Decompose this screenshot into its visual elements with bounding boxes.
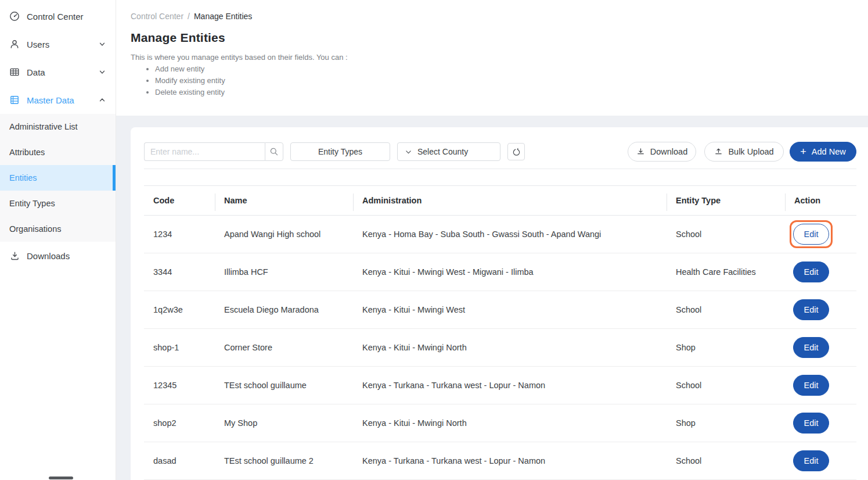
cell-code: shop-1	[144, 343, 215, 352]
cell-administration: Kenya - Kitui - Mwingi North	[353, 418, 667, 428]
entity-types-select-label: Entity Types	[318, 147, 362, 156]
cell-name: My Shop	[215, 418, 353, 428]
sidebar-item-master-data[interactable]: Master Data	[0, 86, 116, 114]
table-header-row: Code Name Administration Entity Type Act…	[144, 185, 856, 216]
cell-entity-type: Shop	[667, 343, 785, 352]
sidebar-item-downloads[interactable]: Downloads	[0, 242, 116, 270]
gauge-icon	[9, 11, 20, 22]
download-button[interactable]: Download	[628, 142, 696, 162]
capability-item: Delete existing entity	[155, 88, 853, 96]
cell-action: Edit	[785, 258, 856, 286]
sidebar-item-users[interactable]: Users	[0, 30, 116, 58]
table-row: 1q2w3e Escuela Diego Maradona Kenya - Ki…	[144, 291, 856, 329]
highlight-ring: Edit	[790, 409, 833, 437]
edit-button[interactable]: Edit	[793, 413, 829, 434]
download-icon	[9, 250, 20, 261]
submenu-item-label: Entities	[9, 173, 37, 182]
cell-code: 3344	[144, 267, 215, 277]
cell-entity-type: School	[667, 381, 785, 390]
plus-icon: +	[800, 146, 806, 157]
submenu-item-label: Administrative List	[9, 122, 78, 131]
cell-name: TEst school guillaume	[215, 381, 353, 390]
cell-name: Corner Store	[215, 343, 353, 352]
search-icon	[269, 147, 279, 156]
master-data-icon	[9, 95, 20, 105]
edit-button[interactable]: Edit	[793, 337, 829, 358]
search-input[interactable]	[144, 142, 265, 161]
table-row: 3344 Illimba HCF Kenya - Kitui - Mwingi …	[144, 253, 856, 291]
table-body: 1234 Apand Wangi High school Kenya - Hom…	[144, 216, 856, 480]
download-button-label: Download	[650, 147, 688, 156]
sidebar-item-label: Master Data	[27, 95, 74, 105]
entities-card: Entity Types Select County	[131, 127, 868, 480]
refresh-icon	[512, 148, 521, 156]
sidebar-item-entities[interactable]: Entities	[0, 165, 116, 191]
refresh-button[interactable]	[507, 143, 525, 160]
search-button[interactable]	[265, 142, 283, 161]
edit-button[interactable]: Edit	[793, 224, 829, 245]
sidebar-item-control-center[interactable]: Control Center	[0, 2, 116, 30]
county-select[interactable]: Select County	[397, 142, 500, 161]
bulk-upload-button-label: Bulk Upload	[728, 147, 773, 156]
column-header-entity-type: Entity Type	[667, 196, 785, 205]
cell-entity-type: Health Care Facilities	[667, 267, 785, 277]
chevron-down-icon	[405, 148, 412, 156]
cell-entity-type: School	[667, 456, 785, 465]
cell-action: Edit	[785, 447, 856, 475]
breadcrumb-separator: /	[188, 12, 190, 21]
bulk-upload-button[interactable]: Bulk Upload	[704, 142, 784, 162]
submenu-item-label: Organisations	[9, 224, 61, 234]
page-title: Manage Entities	[131, 31, 853, 45]
horizontal-scrollbar-thumb[interactable]	[49, 477, 73, 479]
cell-code: 1234	[144, 230, 215, 239]
table-icon	[9, 67, 20, 77]
edit-button[interactable]: Edit	[793, 375, 829, 396]
cell-name: Apand Wangi High school	[215, 230, 353, 239]
entity-types-select[interactable]: Entity Types	[290, 142, 390, 161]
sidebar-item-label: Control Center	[27, 12, 84, 22]
sidebar-item-attributes[interactable]: Attributes	[0, 139, 116, 165]
breadcrumb-parent-link[interactable]: Control Center	[131, 12, 183, 21]
cell-entity-type: School	[667, 305, 785, 314]
cell-code: shop2	[144, 418, 215, 428]
add-new-button[interactable]: + Add New	[790, 142, 856, 162]
highlight-ring: Edit	[790, 334, 833, 361]
edit-button[interactable]: Edit	[793, 299, 829, 320]
table-row: dasad TEst school guillaume 2 Kenya - Tu…	[144, 442, 856, 480]
app-window: Control Center Users Data Master D	[0, 0, 868, 480]
table-row: shop2 My Shop Kenya - Kitui - Mwingi Nor…	[144, 404, 856, 442]
page-header: Control Center / Manage Entities Manage …	[116, 0, 868, 116]
chevron-up-icon	[98, 96, 106, 104]
cell-administration: Kenya - Kitui - Mwingi North	[353, 343, 667, 352]
column-header-name: Name	[215, 196, 353, 205]
sidebar-item-entity-types[interactable]: Entity Types	[0, 191, 116, 216]
edit-button[interactable]: Edit	[793, 262, 829, 282]
breadcrumb-current: Manage Entities	[194, 12, 252, 21]
cell-action: Edit	[785, 296, 856, 324]
cell-code: 1q2w3e	[144, 305, 215, 314]
capability-list: Add new entity Modify existing entity De…	[155, 65, 853, 96]
download-icon	[636, 148, 645, 156]
table-row: 1234 Apand Wangi High school Kenya - Hom…	[144, 216, 856, 253]
add-new-button-label: Add New	[812, 147, 846, 156]
edit-button[interactable]: Edit	[793, 450, 829, 471]
cell-administration: Kenya - Turkana - Turkana west - Lopur -…	[353, 381, 667, 390]
cell-entity-type: Shop	[667, 418, 785, 428]
highlight-ring: Edit	[790, 447, 833, 475]
capability-item: Modify existing entity	[155, 76, 853, 85]
sidebar-item-administrative-list[interactable]: Administrative List	[0, 114, 116, 139]
submenu-item-label: Attributes	[9, 148, 45, 157]
cell-action: Edit	[785, 409, 856, 437]
sidebar-item-organisations[interactable]: Organisations	[0, 216, 116, 242]
master-data-submenu: Administrative List Attributes Entities …	[0, 114, 116, 242]
cell-name: Illimba HCF	[215, 267, 353, 277]
cell-name: Escuela Diego Maradona	[215, 305, 353, 314]
county-select-label: Select County	[417, 147, 468, 156]
highlight-ring: Edit	[790, 220, 833, 248]
page-body: Entity Types Select County	[116, 116, 868, 480]
table-row: shop-1 Corner Store Kenya - Kitui - Mwin…	[144, 329, 856, 367]
pointer-arrow	[804, 220, 818, 221]
cell-administration: Kenya - Kitui - Mwingi West - Migwani - …	[353, 267, 667, 277]
sidebar: Control Center Users Data Master D	[0, 0, 116, 480]
sidebar-item-data[interactable]: Data	[0, 58, 116, 86]
